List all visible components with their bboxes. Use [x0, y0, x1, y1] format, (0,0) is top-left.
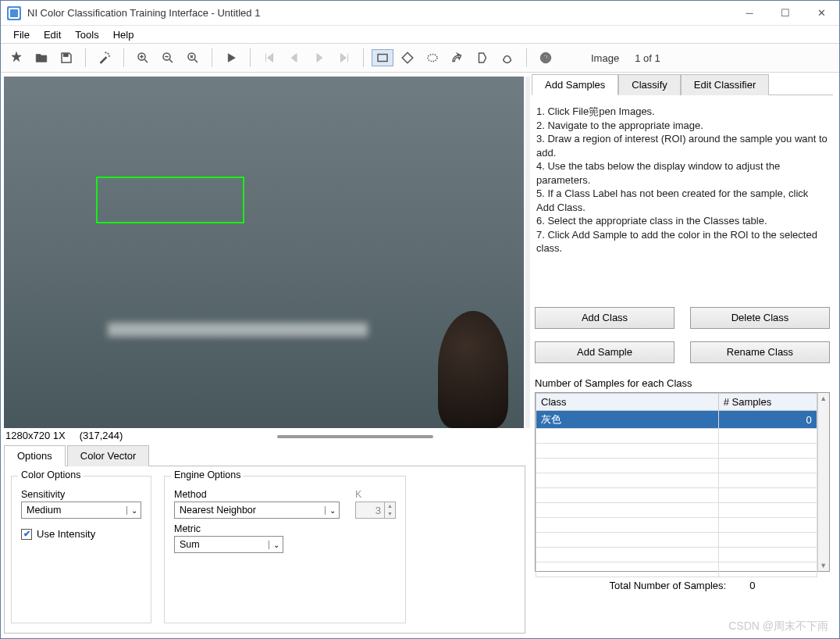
svg-point-1 — [108, 53, 109, 55]
k-value: 3 — [356, 505, 384, 516]
first-icon[interactable] — [258, 47, 280, 69]
table-scrollbar[interactable]: ▲▼ — [817, 393, 829, 571]
table-row[interactable] — [536, 429, 817, 444]
table-row[interactable] — [536, 459, 817, 473]
chevron-down-icon: ⌄ — [126, 506, 141, 515]
sensitivity-select[interactable]: Medium ⌄ — [21, 502, 141, 519]
image-view[interactable] — [4, 77, 524, 428]
scroll-down-icon: ▼ — [820, 562, 827, 569]
app-window: NI Color Classification Training Interfa… — [0, 0, 840, 639]
menu-help[interactable]: Help — [107, 27, 141, 42]
next-icon[interactable] — [308, 47, 330, 69]
table-row[interactable]: 灰色 0 — [536, 411, 817, 429]
color-options-title: Color Options — [18, 469, 84, 480]
status-slider[interactable] — [277, 435, 433, 438]
rename-class-button[interactable]: Rename Class — [690, 341, 830, 363]
image-counter: Image 1 of 1 — [591, 52, 660, 64]
right-pane: Add Samples Classify Edit Classifier 1. … — [532, 73, 839, 638]
status-dimensions: 1280x720 1X — [5, 430, 66, 441]
metric-select[interactable]: Sum ⌄ — [174, 536, 283, 553]
menu-tools[interactable]: Tools — [69, 27, 105, 42]
oval-tool-icon[interactable] — [422, 47, 443, 69]
stepper-up-icon: ▲ — [385, 502, 395, 510]
zoom-in-icon[interactable] — [132, 47, 154, 69]
col-samples[interactable]: # Samples — [718, 394, 817, 411]
checkbox-checked-icon: ✔ — [21, 529, 32, 540]
roi-rectangle[interactable] — [96, 177, 244, 223]
maximize-button[interactable]: ☐ — [767, 1, 803, 26]
engine-options-group: Engine Options Method Nearest Neighbor ⌄ — [164, 476, 406, 623]
new-icon[interactable] — [5, 47, 27, 69]
instructions: 1. Click File篼pen Images. 2. Navigate to… — [532, 95, 833, 262]
toolbar: ? Image 1 of 1 — [1, 43, 839, 73]
table-row[interactable] — [536, 444, 817, 459]
svg-rect-0 — [63, 54, 68, 57]
play-icon[interactable] — [220, 47, 242, 69]
help-icon[interactable]: ? — [535, 47, 557, 69]
svg-point-8 — [428, 55, 437, 62]
zoom-fit-icon[interactable] — [182, 47, 204, 69]
close-button[interactable]: ✕ — [803, 1, 839, 26]
totals: Total Number of Samples: 0 — [532, 580, 833, 591]
add-class-button[interactable]: Add Class — [535, 307, 674, 329]
use-intensity-label: Use Intensity — [37, 528, 95, 540]
k-stepper: 3 ▲▼ — [355, 502, 396, 519]
tab-add-samples[interactable]: Add Samples — [532, 74, 618, 95]
wand-icon[interactable] — [94, 47, 116, 69]
table-row[interactable] — [536, 503, 817, 518]
instruction-line: 2. Navigate to the appropriate image. — [536, 119, 828, 133]
image-scene — [4, 77, 524, 428]
metric-value: Sum — [175, 539, 269, 550]
watermark: CSDN @周末不下雨 — [728, 619, 828, 634]
bottom-tabs: Options Color Vector — [4, 444, 532, 466]
method-label: Method — [174, 489, 340, 500]
right-tabs: Add Samples Classify Edit Classifier — [532, 73, 833, 95]
instruction-line: 4. Use the tabs below the display window… — [536, 159, 828, 187]
annulus-tool-icon[interactable] — [447, 47, 468, 69]
sensitivity-value: Medium — [22, 505, 126, 516]
prev-icon[interactable] — [283, 47, 305, 69]
minimize-button[interactable]: ─ — [731, 1, 767, 26]
scroll-up-icon: ▲ — [820, 394, 827, 402]
svg-point-3 — [109, 55, 110, 57]
content: 1280x720 1X (317,244) Options Color Vect… — [1, 73, 839, 638]
add-sample-button[interactable]: Add Sample — [535, 341, 674, 363]
table-row[interactable] — [536, 518, 817, 533]
polygon-tool-icon[interactable] — [472, 47, 493, 69]
col-class[interactable]: Class — [536, 394, 719, 411]
table-row[interactable] — [536, 562, 817, 577]
last-icon[interactable] — [333, 47, 355, 69]
table-row[interactable] — [536, 548, 817, 562]
use-intensity-checkbox[interactable]: ✔ Use Intensity — [21, 528, 141, 540]
tab-options[interactable]: Options — [4, 445, 66, 466]
metric-label: Metric — [174, 523, 340, 534]
method-value: Nearest Neighbor — [175, 505, 325, 516]
table-row[interactable] — [536, 533, 817, 548]
svg-point-2 — [105, 52, 107, 54]
classes-table[interactable]: Class # Samples 灰色 0 — [535, 392, 830, 572]
instruction-line: 5. If a Class Label has not been created… — [536, 187, 828, 214]
diamond-tool-icon[interactable] — [397, 47, 418, 69]
tab-classify[interactable]: Classify — [618, 74, 681, 95]
save-icon[interactable] — [55, 47, 77, 69]
image-scrollbar[interactable] — [525, 77, 530, 428]
menu-edit[interactable]: Edit — [37, 27, 67, 42]
svg-rect-7 — [378, 55, 387, 62]
menubar: File Edit Tools Help — [1, 26, 839, 43]
menu-file[interactable]: File — [7, 27, 36, 42]
table-row[interactable] — [536, 473, 817, 488]
open-icon[interactable] — [30, 47, 52, 69]
method-select[interactable]: Nearest Neighbor ⌄ — [174, 502, 340, 519]
totals-label: Total Number of Samples: — [610, 580, 727, 591]
zoom-out-icon[interactable] — [157, 47, 179, 69]
totals-value: 0 — [749, 580, 755, 591]
table-row[interactable] — [536, 488, 817, 503]
tab-edit-classifier[interactable]: Edit Classifier — [681, 74, 769, 95]
freehand-tool-icon[interactable] — [497, 47, 518, 69]
k-label: K — [355, 489, 396, 500]
instruction-line: 1. Click File篼pen Images. — [536, 105, 828, 119]
rect-tool-icon[interactable] — [372, 49, 393, 66]
status-bar: 1280x720 1X (317,244) — [1, 428, 532, 443]
tab-color-vector[interactable]: Color Vector — [67, 445, 150, 466]
delete-class-button[interactable]: Delete Class — [690, 307, 830, 329]
